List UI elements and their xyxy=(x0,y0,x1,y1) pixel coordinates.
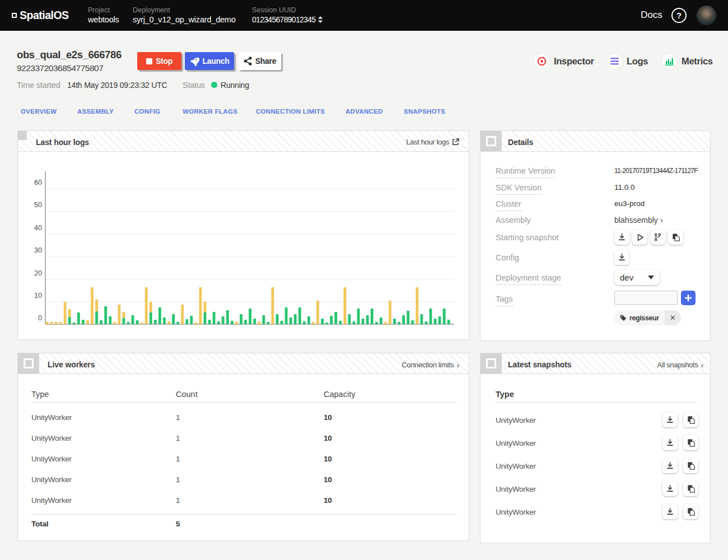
svg-text:0: 0 xyxy=(38,314,42,322)
svg-text:50: 50 xyxy=(34,201,42,209)
svg-text:10: 10 xyxy=(34,292,42,300)
svg-text:30: 30 xyxy=(34,246,42,254)
svg-text:40: 40 xyxy=(34,224,42,232)
svg-text:20: 20 xyxy=(34,269,42,277)
svg-text:60: 60 xyxy=(34,179,42,186)
